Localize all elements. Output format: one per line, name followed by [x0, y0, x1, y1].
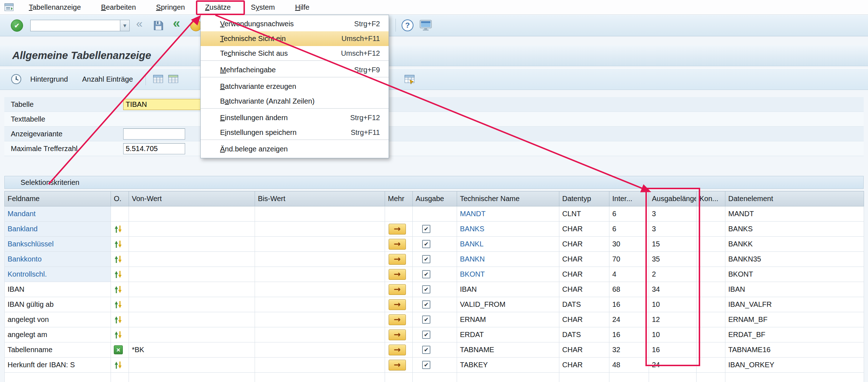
- bis-wert-cell[interactable]: [255, 312, 385, 327]
- feldname-cell[interactable]: Kontrollschl.: [5, 267, 111, 282]
- bis-wert-cell[interactable]: [255, 327, 385, 342]
- bis-wert-cell[interactable]: [255, 297, 385, 312]
- menu-entry[interactable]: Mehrfacheingabe Strg+F9: [201, 63, 389, 77]
- menu-item[interactable]: System: [241, 0, 285, 14]
- selection-options-icon[interactable]: [114, 255, 122, 264]
- hintergrund-button[interactable]: Hintergrund: [30, 69, 68, 90]
- save-button[interactable]: [153, 20, 164, 31]
- bis-wert-cell[interactable]: [255, 358, 385, 373]
- output-checkbox[interactable]: ✔: [422, 255, 430, 263]
- option-cell[interactable]: ×: [111, 206, 129, 222]
- feldname-cell[interactable]: Bankkonto: [5, 252, 111, 267]
- bis-wert-cell[interactable]: [255, 267, 385, 282]
- output-checkbox[interactable]: ✔: [422, 240, 430, 248]
- field-input[interactable]: [123, 143, 185, 154]
- option-cell[interactable]: ×: [111, 252, 129, 267]
- multiple-selection-button[interactable]: →: [389, 239, 406, 250]
- feldname-cell[interactable]: angelegt am: [5, 327, 111, 342]
- von-wert-cell[interactable]: [129, 312, 255, 327]
- menu-entry[interactable]: Einstellungen speichern Strg+F11: [201, 125, 389, 140]
- feldname-cell[interactable]: Bankland: [5, 222, 111, 237]
- selection-options-icon[interactable]: [114, 361, 122, 369]
- option-cell[interactable]: ×: [111, 237, 129, 252]
- help-icon[interactable]: ?: [402, 19, 413, 31]
- column-header[interactable]: Kon...: [697, 191, 725, 206]
- feldname-cell[interactable]: IBAN: [5, 282, 111, 297]
- column-header[interactable]: Ausgabe: [413, 191, 457, 206]
- bis-wert-cell[interactable]: [255, 282, 385, 297]
- option-cell[interactable]: ×: [111, 312, 129, 327]
- menu-item[interactable]: Springen: [146, 0, 195, 14]
- multiple-selection-button[interactable]: →: [389, 329, 406, 340]
- multiple-selection-button[interactable]: →: [389, 224, 406, 235]
- output-checkbox[interactable]: ✔: [422, 346, 430, 354]
- output-checkbox[interactable]: ✔: [422, 361, 430, 369]
- menu-entry[interactable]: Verwendungsnachweis Strg+F2: [201, 17, 389, 31]
- enter-button[interactable]: ✔: [11, 19, 23, 32]
- feldname-cell[interactable]: angelegt von: [5, 312, 111, 327]
- selection-options-icon[interactable]: [114, 240, 122, 249]
- command-input[interactable]: [30, 20, 120, 31]
- von-wert-cell[interactable]: [129, 327, 255, 342]
- feldname-cell[interactable]: [5, 373, 111, 382]
- menu-entry[interactable]: Batchvariante (Anzahl Zeilen): [201, 94, 389, 109]
- bis-wert-cell[interactable]: [255, 237, 385, 252]
- back-icon[interactable]: «: [173, 16, 180, 31]
- menu-item[interactable]: Hilfe: [285, 0, 319, 14]
- column-header[interactable]: Technischer Name: [457, 191, 559, 206]
- column-header[interactable]: Bis-Wert: [255, 191, 385, 206]
- von-wert-cell[interactable]: [129, 373, 255, 382]
- selection-options-icon[interactable]: [114, 285, 122, 294]
- anzahl-eintraege-button[interactable]: Anzahl Einträge: [82, 69, 133, 90]
- feldname-cell[interactable]: Mandant: [5, 206, 111, 222]
- output-checkbox[interactable]: ✔: [422, 225, 430, 233]
- chevron-down-icon[interactable]: ▼: [120, 20, 130, 31]
- option-cell[interactable]: ×: [111, 282, 129, 297]
- selection-options-icon[interactable]: [114, 270, 122, 279]
- von-wert-cell[interactable]: [129, 252, 255, 267]
- bis-wert-cell[interactable]: [255, 222, 385, 237]
- selection-options-icon[interactable]: [114, 331, 122, 339]
- menu-item[interactable]: Zusätze: [195, 0, 241, 14]
- multiple-selection-button[interactable]: →: [389, 269, 406, 280]
- column-header[interactable]: Datentyp: [559, 191, 609, 206]
- feldname-cell[interactable]: Herkunft der IBAN: S: [5, 358, 111, 373]
- von-wert-cell[interactable]: [129, 297, 255, 312]
- multiple-selection-button[interactable]: →: [389, 299, 406, 310]
- option-cell[interactable]: ×: [111, 342, 129, 358]
- output-checkbox[interactable]: ✔: [422, 315, 430, 324]
- menu-item[interactable]: Tabellenanzeige: [19, 0, 91, 14]
- von-wert-cell[interactable]: [129, 206, 255, 222]
- menu-entry[interactable]: Änd.belege anzeigen: [201, 142, 389, 156]
- bis-wert-cell[interactable]: [255, 252, 385, 267]
- feldname-cell[interactable]: Tabellenname: [5, 342, 111, 358]
- selection-options-icon[interactable]: [114, 315, 122, 324]
- menu-entry[interactable]: Einstellungen ändern Strg+F12: [201, 110, 389, 125]
- option-cell[interactable]: ×: [111, 358, 129, 373]
- column-header[interactable]: Inter...: [609, 191, 649, 206]
- column-header[interactable]: O.: [111, 191, 129, 206]
- von-wert-cell[interactable]: [129, 267, 255, 282]
- feldname-cell[interactable]: Bankschlüssel: [5, 237, 111, 252]
- von-wert-cell[interactable]: [129, 222, 255, 237]
- multiple-selection-button[interactable]: →: [389, 345, 406, 355]
- option-cell[interactable]: ×: [111, 267, 129, 282]
- new-session-icon[interactable]: [419, 19, 432, 31]
- bis-wert-cell[interactable]: [255, 342, 385, 358]
- exclude-pattern-icon[interactable]: ×: [114, 345, 123, 354]
- column-header[interactable]: Datenelement: [725, 191, 864, 206]
- execute-clock-icon[interactable]: [10, 73, 22, 85]
- option-cell[interactable]: ×: [111, 327, 129, 342]
- table-contents-icon[interactable]: [153, 74, 164, 84]
- column-header[interactable]: Mehr: [385, 191, 413, 206]
- von-wert-cell[interactable]: [129, 282, 255, 297]
- column-header[interactable]: Von-Wert: [129, 191, 255, 206]
- column-header[interactable]: Feldname: [5, 191, 111, 206]
- selection-options-icon[interactable]: [114, 225, 122, 233]
- von-wert-cell[interactable]: *BK: [129, 342, 255, 358]
- system-menu-icon[interactable]: [4, 3, 14, 12]
- output-checkbox[interactable]: ✔: [422, 300, 430, 309]
- bis-wert-cell[interactable]: [255, 373, 385, 382]
- option-cell[interactable]: ×: [111, 373, 129, 382]
- column-header[interactable]: Ausgabelänge: [649, 191, 697, 206]
